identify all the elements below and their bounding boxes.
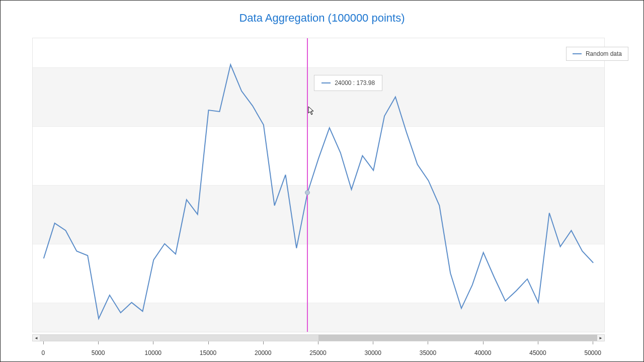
x-tick-mark (318, 341, 318, 344)
x-tick-label: 40000 (474, 349, 491, 356)
scroll-left-button[interactable]: ◄ (33, 335, 40, 341)
chart-title: Data Aggregation (100000 points) (1, 12, 643, 25)
series-swatch-icon (321, 82, 331, 83)
hover-marker (305, 190, 310, 195)
x-tick-label: 15000 (200, 349, 216, 356)
x-tick-mark (538, 341, 538, 344)
hover-tooltip: 24000 : 173.98 (314, 75, 382, 91)
x-tick-mark (593, 341, 593, 344)
tooltip-text: 24000 : 173.98 (335, 79, 375, 86)
x-tick-mark (43, 341, 44, 344)
x-tick-mark (483, 341, 484, 344)
series-swatch-icon (573, 53, 582, 54)
x-tick-mark (263, 341, 264, 344)
x-tick-label: 30000 (365, 349, 381, 356)
chevron-left-icon: ◄ (34, 336, 38, 340)
x-tick-label: 25000 (309, 349, 326, 356)
chevron-right-icon: ► (599, 336, 603, 340)
x-tick-label: 45000 (529, 349, 546, 356)
x-tick-label: 35000 (420, 349, 436, 356)
scroll-right-button[interactable]: ► (597, 335, 604, 341)
x-tick-label: 5000 (92, 349, 105, 356)
chart-frame: Data Aggregation (100000 points) -200020… (0, 0, 644, 362)
x-tick-mark (153, 341, 153, 344)
x-tick-label: 50000 (584, 349, 601, 356)
x-tick-label: 10000 (145, 349, 162, 356)
x-tick-mark (98, 341, 99, 344)
x-scrollbar[interactable]: ◄ ► (32, 334, 605, 341)
legend-label: Random data (586, 50, 622, 57)
x-tick-label: 20000 (255, 349, 271, 356)
x-tick-mark (208, 341, 209, 344)
x-tick-mark (428, 341, 428, 344)
scroll-thumb[interactable] (40, 335, 318, 341)
scroll-track[interactable] (40, 335, 597, 341)
x-tick-label: 0 (42, 349, 45, 356)
x-tick-mark (373, 341, 373, 344)
legend[interactable]: Random data (566, 47, 628, 61)
